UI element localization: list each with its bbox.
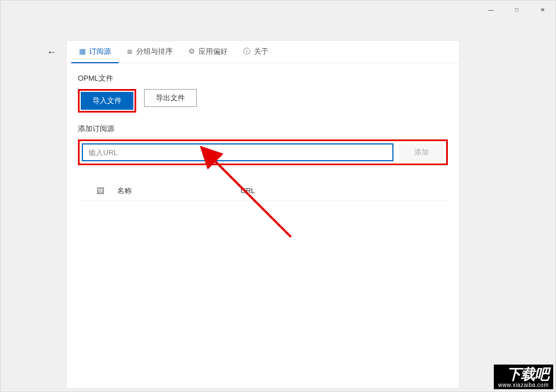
feeds-icon: ▦ [79,47,86,55]
settings-panel: ▦ 订阅源 ≣ 分组与排序 ⚙ 应用偏好 ⓘ 关于 OPML文件 [67,41,459,388]
panel-body: OPML文件 导入文件 导出文件 添加订阅源 添加 [67,63,459,211]
add-button-label: 添加 [414,147,429,157]
highlight-addfeed: 添加 [78,139,448,165]
opml-section-label: OPML文件 [78,73,448,83]
back-button[interactable]: ← [40,41,67,58]
tab-groups-label: 分组与排序 [136,46,173,57]
col-icon-header: 🖼 [84,186,117,195]
add-button[interactable]: 添加 [399,143,444,161]
about-icon: ⓘ [243,46,251,57]
window: — □ ✕ ← ▦ 订阅源 ≣ 分组与排序 ⚙ [0,0,556,392]
tab-groups[interactable]: ≣ 分组与排序 [119,41,180,63]
watermark-url: www.xiazaiba.com [498,382,549,389]
prefs-icon: ⚙ [188,47,195,55]
addfeed-row: 添加 [82,143,444,161]
watermark: 下载吧 www.xiazaiba.com [494,365,553,389]
minimize-button[interactable]: — [478,1,504,18]
col-name-header: 名称 [117,186,240,196]
titlebar: — □ ✕ [1,1,555,18]
tab-feeds[interactable]: ▦ 订阅源 [71,41,119,63]
addfeed-section-label: 添加订阅源 [78,124,448,134]
content: ← ▦ 订阅源 ≣ 分组与排序 ⚙ 应用偏好 ⓘ 关于 [1,18,555,388]
tab-feeds-label: 订阅源 [89,46,111,57]
close-icon: ✕ [540,7,545,13]
highlight-import: 导入文件 [78,89,136,113]
tab-prefs-label: 应用偏好 [198,46,228,57]
opml-buttons: 导入文件 导出文件 [78,89,448,113]
tab-about-label: 关于 [254,46,268,57]
col-url-header: URL [240,186,442,195]
watermark-title: 下载吧 [498,367,549,382]
maximize-button[interactable]: □ [504,1,530,18]
minimize-icon: — [488,7,494,13]
maximize-icon: □ [515,7,518,13]
addfeed-section: 添加订阅源 添加 [78,124,448,165]
tab-bar: ▦ 订阅源 ≣ 分组与排序 ⚙ 应用偏好 ⓘ 关于 [67,41,459,63]
groups-icon: ≣ [127,47,133,55]
import-button[interactable]: 导入文件 [81,92,133,110]
url-input[interactable] [82,143,393,161]
image-icon: 🖼 [96,186,104,195]
feed-list-header: 🖼 名称 URL [78,181,448,201]
export-button[interactable]: 导出文件 [144,89,197,107]
back-arrow-icon: ← [47,46,57,58]
close-button[interactable]: ✕ [530,1,555,18]
tab-about[interactable]: ⓘ 关于 [235,41,276,63]
tab-prefs[interactable]: ⚙ 应用偏好 [180,41,235,63]
